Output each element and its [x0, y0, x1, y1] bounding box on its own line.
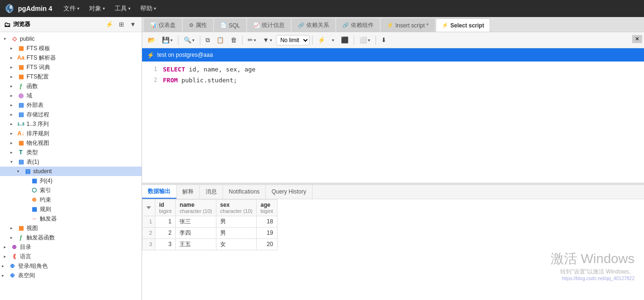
results-tab-messages[interactable]: 消息 [200, 185, 223, 199]
tree-expander-student[interactable]: ▾ [17, 169, 24, 174]
filter-btn[interactable]: ▼ ▾ [260, 35, 275, 45]
edit-btn[interactable]: ✏ ▾ [245, 35, 259, 45]
tab-dashboard[interactable]: 📊 仪表盘 [144, 18, 182, 32]
search-btn[interactable]: 🔍 ▾ [181, 35, 197, 45]
tab-properties[interactable]: ⚙ 属性 [183, 18, 213, 32]
tree-item-constraints[interactable]: ⊛约束 [0, 195, 142, 204]
tree-icon-fts-dicts: ▦ [17, 63, 25, 71]
download-btn[interactable]: ⬇ [378, 35, 389, 45]
sql-code-2[interactable]: FROM public.student; [163, 76, 237, 86]
tree-expander-materialized-views[interactable]: ▸ [10, 141, 17, 145]
tree-item-fts-templates[interactable]: ▸▦FTS 模板 [0, 44, 142, 53]
tree-icon-login-roles: ⊕ [9, 262, 16, 270]
menu-file[interactable]: 文件 ▾ [60, 2, 83, 15]
sql-line-1[interactable]: 1SELECT id, name, sex, age [142, 64, 644, 75]
tab-statistics[interactable]: 📈 统计信息 [247, 18, 291, 32]
tree-item-domains[interactable]: ▸◎域 [0, 91, 142, 100]
results-tab-data-output[interactable]: 数据输出 [142, 185, 177, 199]
tab-dependents[interactable]: 🔗 依赖组件 [336, 18, 380, 32]
tree-item-catalog[interactable]: ▸⊕目录 [0, 242, 142, 252]
sidebar-filter-btn[interactable]: ▼ [128, 20, 138, 29]
col-header-age[interactable]: agebigint [257, 199, 277, 216]
table-row[interactable]: 33王五女20 [143, 238, 277, 250]
close-all-btn[interactable]: ✕ [632, 35, 642, 43]
delete-btn[interactable]: 🗑 [228, 35, 240, 45]
results-tab-explain[interactable]: 解释 [177, 185, 200, 199]
results-tab-query-history[interactable]: Query History [266, 185, 312, 199]
tree-item-fts-configs[interactable]: ▸▦FTS配置 [0, 72, 142, 81]
tree-expander-sequences[interactable]: ▸ [10, 122, 17, 126]
results-tab-notifications[interactable]: Notifications [223, 185, 266, 199]
sql-line-2[interactable]: 2 FROM public.student; [142, 75, 644, 86]
stop-btn[interactable]: ⬛ [338, 35, 351, 45]
sidebar-grid-btn[interactable]: ⊞ [117, 20, 126, 29]
tree-item-fts-dicts[interactable]: ▸▦FTS 词典 [0, 62, 142, 72]
tree-expander-login-roles[interactable]: ▸ [2, 264, 9, 268]
tree-item-views[interactable]: ▸▦视图 [0, 223, 142, 233]
tree-expander-tables[interactable]: ▾ [10, 159, 17, 164]
app-logo: pgAdmin 4 [4, 3, 52, 14]
table-row[interactable]: 11张三男18 [143, 216, 277, 227]
col-header-id[interactable]: idbigint [155, 199, 176, 216]
tree-expander-procedures[interactable]: ▸ [10, 112, 17, 117]
tree-expander-views[interactable]: ▸ [10, 226, 17, 230]
save-btn[interactable]: 💾 ▾ [159, 35, 176, 45]
tree-item-triggers[interactable]: →触发器 [0, 214, 142, 223]
tree-expander-languages[interactable]: ▸ [4, 254, 10, 259]
tab-sql[interactable]: 📄 SQL [214, 18, 246, 32]
tree-expander-fts-configs[interactable]: ▸ [10, 74, 17, 79]
tree-item-sort-rules[interactable]: ▸A↓排序规则 [0, 129, 142, 138]
tree-expander-fts-parsers[interactable]: ▸ [10, 55, 17, 60]
col-header-name[interactable]: namecharacter (10) [176, 199, 216, 216]
limit-select[interactable]: No limit 100 500 1000 [276, 35, 310, 45]
tab-insert-script[interactable]: ⚡ Insert script * [381, 18, 435, 32]
format-btn[interactable]: ⬜ ▾ [357, 35, 373, 45]
tree-item-indexes[interactable]: ⬡索引 [0, 185, 142, 195]
tree-item-tables[interactable]: ▾▤表(1) [0, 157, 142, 167]
tree-expander-functions[interactable]: ▸ [10, 84, 17, 88]
col-header-sex[interactable]: sexcharacter (10) [216, 199, 256, 216]
tree-expander-types[interactable]: ▸ [10, 150, 17, 155]
tree-expander-public[interactable]: ▾ [4, 36, 10, 41]
tree-item-sequences[interactable]: ▸1..31..3 序列 [0, 119, 142, 129]
tree-expander-catalog[interactable]: ▸ [4, 245, 10, 249]
tree-item-functions[interactable]: ▸ƒ函数 [0, 81, 142, 91]
tree-item-student[interactable]: ▾▤student [0, 167, 142, 176]
menu-help[interactable]: 帮助 ▾ [136, 2, 160, 15]
tree-expander-sort-rules[interactable]: ▸ [10, 131, 17, 136]
table-row[interactable]: 22李四男19 [143, 227, 277, 238]
tree-item-foreign-tables[interactable]: ▸▤外部表 [0, 100, 142, 110]
tree-item-login-roles[interactable]: ▸⊕登录/组角色 [0, 261, 142, 271]
tree-item-materialized-views[interactable]: ▸▦物化视图 [0, 138, 142, 148]
copy-btn[interactable]: ⧉ [203, 35, 213, 46]
tree-item-rules[interactable]: ▦规则 [0, 204, 142, 214]
tree-expander-tablespaces[interactable]: ▸ [2, 273, 9, 278]
tree-expander-domains[interactable]: ▸ [10, 93, 17, 98]
tab-select-script[interactable]: ⚡ Select script [436, 18, 490, 32]
execute-btn[interactable]: ⚡ [315, 35, 328, 45]
tree-item-tablespaces[interactable]: ▸⊕表空间 [0, 271, 142, 280]
tree-item-fts-parsers[interactable]: ▸AaFTS 解析器 [0, 53, 142, 62]
tree-item-languages[interactable]: ▸⟪语言 [0, 252, 142, 261]
tree-item-public[interactable]: ▾◇public [0, 34, 142, 44]
sql-code-1[interactable]: SELECT id, name, sex, age [163, 65, 256, 75]
tree-expander-trigger-functions[interactable]: ▸ [10, 235, 17, 240]
sql-editor[interactable]: 1SELECT id, name, sex, age2 FROM public.… [142, 62, 644, 183]
tree-expander-fts-templates[interactable]: ▸ [10, 46, 17, 51]
menu-tools[interactable]: 工具 ▾ [111, 2, 134, 15]
tree-expander-foreign-tables[interactable]: ▸ [10, 103, 17, 107]
tree-item-types[interactable]: ▸T类型 [0, 148, 142, 157]
tree-item-procedures[interactable]: ▸▤存储过程 [0, 110, 142, 119]
connection-icon: ⚡ [147, 52, 154, 59]
open-btn[interactable]: 📂 [145, 35, 158, 45]
tree-expander-fts-dicts[interactable]: ▸ [10, 65, 17, 70]
execute-dropdown-btn[interactable]: ▾ [329, 36, 337, 44]
tree-item-trigger-functions[interactable]: ▸ƒ触发器函数 [0, 233, 142, 242]
sidebar-flash-btn[interactable]: ⚡ [104, 20, 115, 29]
tree-container[interactable]: ▾◇public▸▦FTS 模板▸AaFTS 解析器▸▦FTS 词典▸▦FTS配… [0, 32, 142, 300]
menu-object[interactable]: 对象 ▾ [85, 2, 109, 15]
tab-dependencies[interactable]: 🔗 依赖关系 [292, 18, 335, 32]
data-table-wrapper[interactable]: idbigintnamecharacter (10)sexcharacter (… [142, 199, 644, 300]
tree-item-columns[interactable]: ▦列(4) [0, 176, 142, 185]
paste-btn[interactable]: 📋 [214, 35, 227, 45]
